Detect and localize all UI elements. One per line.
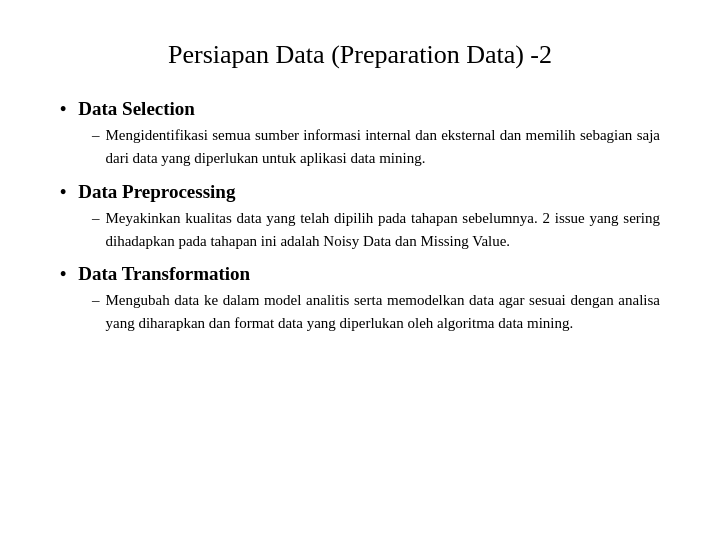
bullet-item-2: • Data Preprocessing – Meyakinkan kualit…	[60, 181, 660, 254]
slide-title: Persiapan Data (Preparation Data) -2	[60, 40, 660, 70]
bullet-label-1: Data Selection	[78, 98, 195, 120]
sub-dash-3: –	[92, 292, 100, 309]
bullet-item-3: • Data Transformation – Mengubah data ke…	[60, 263, 660, 336]
sub-item-2: – Meyakinkan kualitas data yang telah di…	[60, 207, 660, 254]
bullet-header-3: • Data Transformation	[60, 263, 660, 285]
bullet-item-1: • Data Selection – Mengidentifikasi semu…	[60, 98, 660, 171]
slide: Persiapan Data (Preparation Data) -2 • D…	[0, 0, 720, 540]
bullet-label-2: Data Preprocessing	[78, 181, 235, 203]
bullet-header-2: • Data Preprocessing	[60, 181, 660, 203]
sub-dash-2: –	[92, 210, 100, 227]
bullet-dot-1: •	[60, 99, 66, 120]
bullet-dot-3: •	[60, 264, 66, 285]
bullet-dot-2: •	[60, 182, 66, 203]
sub-item-3: – Mengubah data ke dalam model analitis …	[60, 289, 660, 336]
content: • Data Selection – Mengidentifikasi semu…	[60, 98, 660, 500]
sub-dash-1: –	[92, 127, 100, 144]
bullet-label-3: Data Transformation	[78, 263, 250, 285]
sub-text-2: Meyakinkan kualitas data yang telah dipi…	[106, 207, 661, 254]
bullet-header-1: • Data Selection	[60, 98, 660, 120]
sub-text-1: Mengidentifikasi semua sumber informasi …	[106, 124, 661, 171]
sub-item-1: – Mengidentifikasi semua sumber informas…	[60, 124, 660, 171]
sub-text-3: Mengubah data ke dalam model analitis se…	[106, 289, 661, 336]
